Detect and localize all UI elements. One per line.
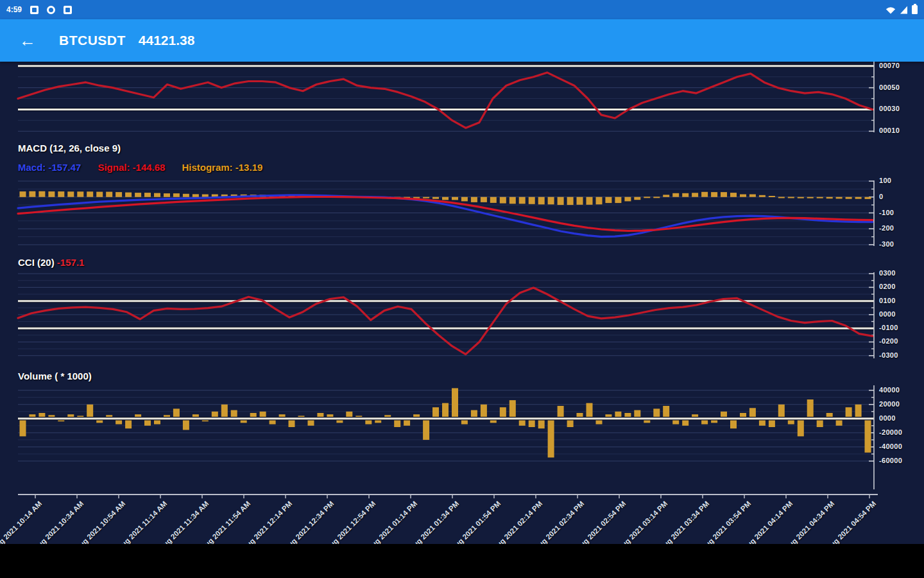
pane-cci[interactable] [0,272,924,358]
cci-value-label: -157.1 [57,257,85,268]
histogram-value-label: Histogram: -13.19 [182,162,262,173]
screen: 4:59 ← BTCUSDT 44121.38 MACD (12, 26, cl… [0,0,924,578]
android-nav-bar [0,544,924,578]
pane-macd[interactable] [0,180,924,246]
signal-value-label: Signal: -144.68 [98,162,165,173]
chart-area[interactable]: MACD (12, 26, close 9) Macd: -157.47 Sig… [0,0,924,578]
pane-indicator-top[interactable] [0,62,924,132]
cci-pane-title: CCI (20) -157.1 [18,257,84,268]
macd-value-label: Macd: -157.47 [18,162,81,173]
time-axis [0,490,924,499]
macd-legend: Macd: -157.47 Signal: -144.68 Histogram:… [18,162,262,173]
volume-pane-title: Volume ( * 1000) [18,371,92,381]
cci-title-text: CCI (20) [18,257,55,268]
macd-pane-title: MACD (12, 26, close 9) [18,143,121,153]
pane-volume[interactable] [0,385,924,489]
